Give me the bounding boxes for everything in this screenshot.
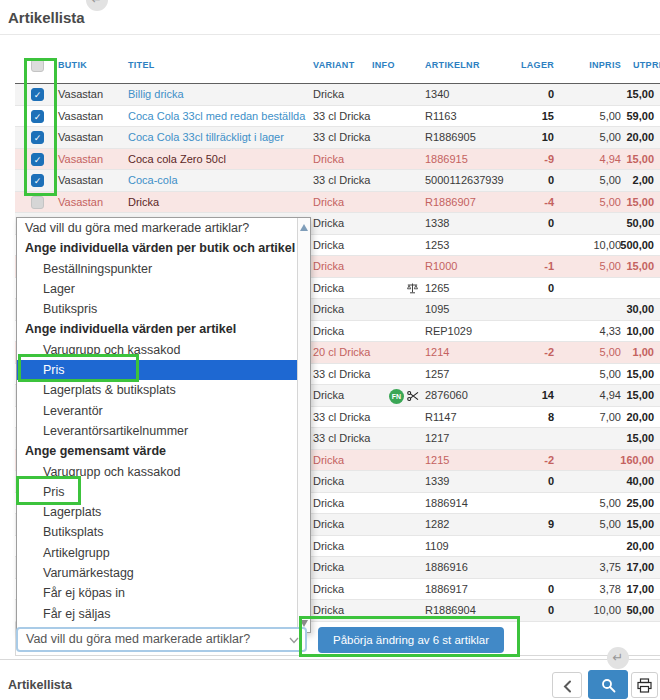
table-row[interactable]: ✓VasastanBillig drickaDricka1340015,00 — [15, 84, 660, 106]
action-select[interactable]: Vad vill du göra med markerade artiklar? — [16, 627, 307, 652]
cell-utpris — [594, 278, 654, 300]
cell-variant: 33 cl Dricka — [313, 170, 373, 192]
cell-info — [365, 278, 419, 300]
apply-changes-button[interactable]: Påbörja ändring av 6 st artiklar — [318, 627, 504, 653]
dropdown-option[interactable]: Artikelgrupp — [17, 543, 299, 563]
cell-info — [365, 536, 419, 558]
cell-titel: Dricka — [128, 192, 312, 214]
article-title-link[interactable]: Coca-cola — [128, 170, 312, 192]
cell-utpris: 40,00 — [594, 471, 654, 493]
cell-utpris: 20,00 — [594, 407, 654, 429]
divider — [0, 659, 660, 660]
cell-variant: Dricka — [313, 493, 373, 515]
col-header-variant[interactable]: VARIANT — [313, 47, 354, 84]
cell-info — [365, 600, 419, 622]
row-checkbox[interactable] — [31, 196, 44, 209]
cell-utpris: 15,00 — [594, 149, 654, 171]
col-header-lager[interactable]: LAGER — [504, 47, 554, 84]
cell-utpris: 50,00 — [594, 213, 654, 235]
cell-utpris: 15,00 — [594, 84, 654, 106]
article-title-link[interactable]: Coca Cola 33cl med redan beställda — [128, 106, 312, 128]
cell-variant: 20 cl Dricka — [313, 342, 373, 364]
dropdown-option[interactable]: Pris — [17, 482, 299, 502]
scroll-down-icon[interactable] — [300, 620, 308, 627]
cell-variant: Dricka — [313, 235, 373, 257]
row-checkbox[interactable]: ✓ — [31, 131, 44, 144]
cell-variant: Dricka — [313, 192, 373, 214]
cell-info — [365, 471, 419, 493]
scroll-up-icon[interactable] — [300, 224, 308, 231]
cell-variant: Dricka — [313, 536, 373, 558]
print-button[interactable] — [631, 672, 658, 698]
dropdown-option[interactable]: Butiksplats — [17, 522, 299, 542]
artikellista-page: ↵ Artikellista BUTIK TITEL VARIANT INFO … — [0, 0, 660, 700]
cell-lager: 0 — [494, 579, 554, 601]
cell-variant: 33 cl Dricka — [313, 407, 373, 429]
row-checkbox[interactable]: ✓ — [31, 153, 44, 166]
cell-lager: -2 — [494, 450, 554, 472]
cell-utpris: 20,00 — [594, 127, 654, 149]
dropdown-option[interactable]: Beställningspunkter — [17, 259, 299, 279]
dropdown-option[interactable]: Vad vill du göra med markerade artiklar? — [17, 218, 299, 238]
dropdown-option[interactable]: Får ej köpas in — [17, 583, 299, 603]
col-header-titel[interactable]: TITEL — [128, 47, 155, 84]
search-button[interactable] — [588, 670, 628, 699]
table-row[interactable]: ✓VasastanCoca cola Zero 50clDricka188691… — [15, 149, 660, 171]
select-all-checkbox[interactable] — [31, 59, 44, 72]
cell-info — [365, 235, 419, 257]
cell-variant: 33 cl Dricka — [313, 364, 373, 386]
table-row[interactable]: VasastanDrickaDrickaR1886907-45,0015,00 — [15, 192, 660, 214]
dropdown-scrollbar[interactable] — [297, 218, 310, 633]
cell-lager: 8 — [494, 407, 554, 429]
cell-lager: -9 — [494, 149, 554, 171]
dropdown-option[interactable]: Varugrupp och kassakod — [17, 462, 299, 482]
cell-utpris: 15,00 — [594, 256, 654, 278]
cell-variant: Dricka — [313, 213, 373, 235]
cell-info — [365, 514, 419, 536]
cell-lager: 0 — [494, 84, 554, 106]
cell-utpris: 1,00 — [594, 342, 654, 364]
col-header-artikelnr[interactable]: ARTIKELNR — [425, 47, 480, 84]
dropdown-option[interactable]: Lager — [17, 279, 299, 299]
cell-variant: Dricka — [313, 278, 373, 300]
action-dropdown-list: Vad vill du göra med markerade artiklar?… — [16, 217, 311, 633]
cell-info — [365, 557, 419, 579]
cell-variant: Dricka — [313, 149, 373, 171]
table-row[interactable]: ✓VasastanCoca Cola 33cl med redan bestäl… — [15, 106, 660, 128]
cell-info — [365, 256, 419, 278]
cell-lager: 9 — [494, 514, 554, 536]
dropdown-option[interactable]: Lagerplats & butiksplats — [17, 380, 299, 400]
table-header-row: BUTIK TITEL VARIANT INFO ARTIKELNR LAGER… — [15, 47, 660, 84]
table-row[interactable]: ✓VasastanCoca-cola33 cl Dricka5000112637… — [15, 170, 660, 192]
cell-lager: -1 — [494, 256, 554, 278]
article-title-link[interactable]: Billig dricka — [128, 84, 312, 106]
row-checkbox[interactable]: ✓ — [31, 174, 44, 187]
dropdown-option[interactable]: Får ej säljas — [17, 604, 299, 624]
row-checkbox[interactable]: ✓ — [31, 110, 44, 123]
cell-variant: Dricka — [313, 84, 373, 106]
col-header-inpris[interactable]: INPRIS — [571, 47, 621, 84]
dropdown-option[interactable]: Leverantörsartikelnummer — [17, 421, 299, 441]
col-header-butik[interactable]: BUTIK — [58, 47, 87, 84]
dropdown-option[interactable]: Varumärkestagg — [17, 563, 299, 583]
row-checkbox[interactable]: ✓ — [31, 88, 44, 101]
cell-lager: 10 — [494, 127, 554, 149]
dropdown-option[interactable]: Leverantör — [17, 401, 299, 421]
cell-butik: Vasastan — [58, 192, 126, 214]
table-row[interactable]: ✓VasastanCoca Cola 33cl tillräckligt i l… — [15, 127, 660, 149]
cell-variant: Dricka — [313, 299, 373, 321]
dropdown-option[interactable]: Varugrupp och kassakod — [17, 340, 299, 360]
cell-variant: Dricka — [313, 450, 373, 472]
divider — [0, 34, 660, 35]
col-header-utpris[interactable]: UTPRIS — [633, 47, 660, 84]
dropdown-option[interactable]: Butikspris — [17, 299, 299, 319]
enter-hint-icon: ↵ — [86, 0, 108, 11]
article-title-link[interactable]: Coca Cola 33cl tillräckligt i lager — [128, 127, 312, 149]
cell-utpris: 25,00 — [594, 493, 654, 515]
col-header-info[interactable]: INFO — [372, 47, 395, 84]
dropdown-option[interactable]: Lagerplats — [17, 502, 299, 522]
fn-badge: FN — [389, 389, 404, 404]
back-button[interactable] — [552, 672, 582, 698]
dropdown-option-selected[interactable]: Pris — [17, 360, 311, 380]
cell-info — [365, 364, 419, 386]
